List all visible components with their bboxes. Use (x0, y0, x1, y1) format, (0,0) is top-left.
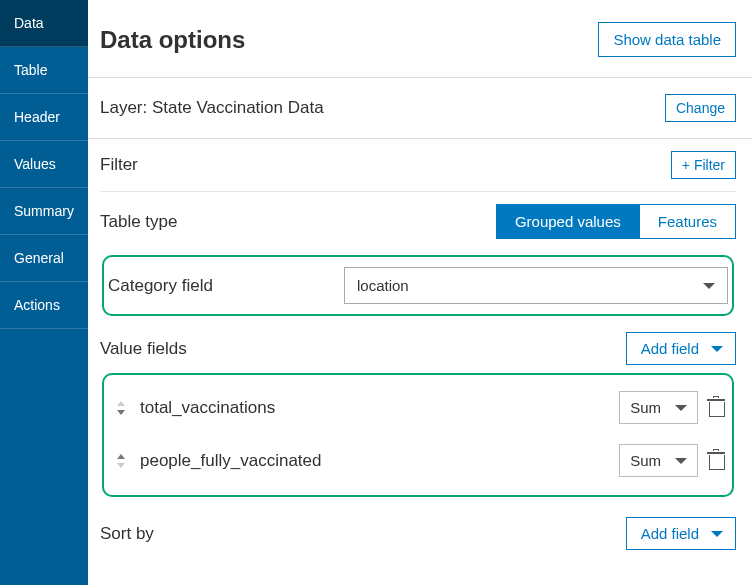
reorder-handle[interactable] (112, 454, 130, 468)
table-type-grouped-values[interactable]: Grouped values (496, 204, 639, 239)
sort-by-label: Sort by (100, 524, 154, 544)
value-field-row: total_vaccinations Sum (110, 381, 726, 434)
sidebar-item-label: Actions (14, 297, 60, 313)
aggregation-value: Sum (630, 399, 661, 416)
add-sort-field-button[interactable]: Add field (626, 517, 736, 550)
arrow-up-icon (117, 454, 125, 459)
sidebar-item-header[interactable]: Header (0, 94, 88, 141)
category-field-value: location (357, 277, 409, 294)
sidebar-item-label: Data (14, 15, 44, 31)
sidebar-item-general[interactable]: General (0, 235, 88, 282)
delete-field-button[interactable] (708, 452, 724, 470)
main-panel: Data options Show data table Layer: Stat… (88, 0, 752, 585)
table-type-features[interactable]: Features (639, 204, 736, 239)
arrow-down-icon (117, 410, 125, 415)
sidebar-item-summary[interactable]: Summary (0, 188, 88, 235)
sidebar-item-label: Summary (14, 203, 74, 219)
category-field-row: Category field location (108, 257, 728, 314)
table-type-segmented: Grouped values Features (496, 204, 736, 239)
value-field-name: people_fully_vaccinated (140, 451, 609, 471)
page-title: Data options (100, 26, 245, 54)
table-type-label: Table type (100, 212, 178, 232)
value-fields-header: Value fields Add field (100, 330, 736, 369)
sidebar-item-data[interactable]: Data (0, 0, 88, 47)
chevron-down-icon (675, 458, 687, 464)
add-filter-button[interactable]: + Filter (671, 151, 736, 179)
value-field-name: total_vaccinations (140, 398, 609, 418)
sidebar-item-label: Table (14, 62, 47, 78)
sidebar-item-actions[interactable]: Actions (0, 282, 88, 329)
sidebar-item-label: Header (14, 109, 60, 125)
chevron-down-icon (703, 283, 715, 289)
arrow-down-icon (117, 463, 125, 468)
aggregation-value: Sum (630, 452, 661, 469)
sidebar-item-label: General (14, 250, 64, 266)
filter-label: Filter (100, 155, 138, 175)
add-field-label: Add field (641, 525, 699, 542)
add-value-field-button[interactable]: Add field (626, 332, 736, 365)
reorder-handle[interactable] (112, 401, 130, 415)
delete-field-button[interactable] (708, 399, 724, 417)
layer-prefix: Layer: (100, 98, 152, 117)
category-field-label: Category field (108, 276, 334, 296)
sidebar-item-table[interactable]: Table (0, 47, 88, 94)
chevron-down-icon (711, 346, 723, 352)
sort-by-header: Sort by Add field (100, 511, 736, 562)
trash-icon (713, 396, 719, 398)
filter-row: Filter + Filter (100, 139, 736, 192)
chevron-down-icon (675, 405, 687, 411)
change-layer-button[interactable]: Change (665, 94, 736, 122)
value-fields-highlight: total_vaccinations Sum people_fully_vacc… (102, 373, 734, 497)
value-fields-label: Value fields (100, 339, 187, 359)
aggregation-dropdown[interactable]: Sum (619, 391, 698, 424)
arrow-up-icon (117, 401, 125, 406)
show-data-table-button[interactable]: Show data table (598, 22, 736, 57)
chevron-down-icon (711, 531, 723, 537)
aggregation-dropdown[interactable]: Sum (619, 444, 698, 477)
value-field-row: people_fully_vaccinated Sum (110, 434, 726, 487)
trash-icon (713, 449, 719, 451)
category-field-dropdown[interactable]: location (344, 267, 728, 304)
sidebar: Data Table Header Values Summary General… (0, 0, 88, 585)
layer-title: Layer: State Vaccination Data (100, 98, 324, 118)
heading-row: Data options Show data table (88, 0, 752, 77)
sidebar-item-values[interactable]: Values (0, 141, 88, 188)
layer-row: Layer: State Vaccination Data Change (88, 77, 752, 139)
sidebar-item-label: Values (14, 156, 56, 172)
category-field-highlight: Category field location (102, 255, 734, 316)
table-type-row: Table type Grouped values Features (100, 192, 736, 251)
add-field-label: Add field (641, 340, 699, 357)
layer-name: State Vaccination Data (152, 98, 324, 117)
